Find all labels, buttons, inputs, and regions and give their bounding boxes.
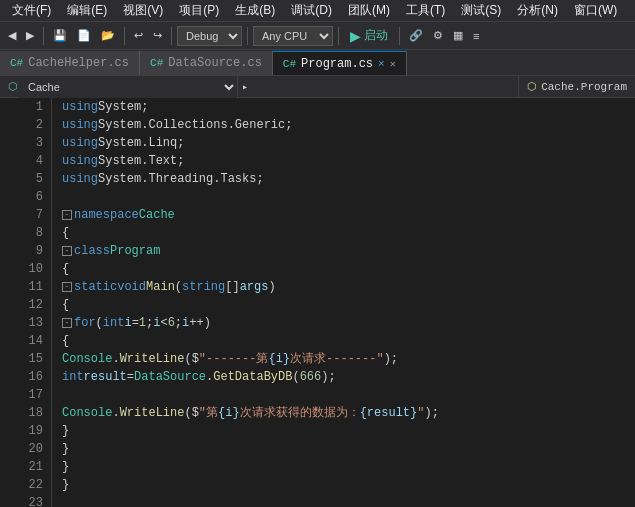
code-line-10: { <box>62 260 635 278</box>
redo-button[interactable]: ↪ <box>149 27 166 44</box>
menu-edit[interactable]: 编辑(E) <box>59 0 115 21</box>
code-line-6 <box>62 188 635 206</box>
code-line-4: using System.Text; <box>62 152 635 170</box>
line-number-9: 9 <box>14 242 43 260</box>
code-line-22: } <box>62 476 635 494</box>
menu-analyze[interactable]: 分析(N) <box>509 0 566 21</box>
tab-cachehelper[interactable]: C# CacheHelper.cs <box>0 51 140 75</box>
open-file-button[interactable]: 📂 <box>97 27 119 44</box>
menubar: 文件(F) 编辑(E) 视图(V) 项目(P) 生成(B) 调试(D) 团队(M… <box>0 0 635 22</box>
configuration-dropdown[interactable]: Debug <box>177 26 242 46</box>
code-line-23 <box>62 494 635 507</box>
line-number-16: 16 <box>14 368 43 386</box>
separator-5 <box>338 27 339 45</box>
code-line-3: using System.Linq; <box>62 134 635 152</box>
line-number-1: 1 <box>14 98 43 116</box>
code-line-15: Console.WriteLine($"-------第{i}次请求------… <box>62 350 635 368</box>
line-number-17: 17 <box>14 386 43 404</box>
line-number-3: 3 <box>14 134 43 152</box>
play-icon: ▶ <box>350 28 361 44</box>
collapse-7[interactable]: - <box>62 210 72 220</box>
line-number-6: 6 <box>14 188 43 206</box>
line-number-15: 15 <box>14 350 43 368</box>
menu-view[interactable]: 视图(V) <box>115 0 171 21</box>
new-file-button[interactable]: 📄 <box>73 27 95 44</box>
code-line-16: int result = DataSource.GetDataByDB(666)… <box>62 368 635 386</box>
line-number-5: 5 <box>14 170 43 188</box>
namespace-dropdown[interactable]: Cache <box>18 76 238 98</box>
line-number-2: 2 <box>14 116 43 134</box>
menu-tools[interactable]: 工具(T) <box>398 0 453 21</box>
line-number-23: 23 <box>14 494 43 507</box>
collapse-11[interactable]: - <box>62 282 72 292</box>
separator-3 <box>171 27 172 45</box>
forward-button[interactable]: ▶ <box>22 27 38 44</box>
start-button[interactable]: ▶ 启动 <box>344 25 394 46</box>
nav-separator-icon: ▸ <box>238 81 252 93</box>
undo-button[interactable]: ↩ <box>130 27 147 44</box>
tab-cachehelper-icon: C# <box>10 57 23 69</box>
separator-1 <box>43 27 44 45</box>
toolbar-btn-extra3[interactable]: ≡ <box>469 28 483 44</box>
member-dropdown-container: ⬡ Cache.Program <box>518 76 635 98</box>
menu-build[interactable]: 生成(B) <box>227 0 283 21</box>
tabbar: C# CacheHelper.cs C# DataSource.cs C# Pr… <box>0 50 635 76</box>
code-line-14: { <box>62 332 635 350</box>
code-line-19: } <box>62 422 635 440</box>
collapse-13[interactable]: - <box>62 318 72 328</box>
line-number-19: 19 <box>14 422 43 440</box>
menu-project[interactable]: 项目(P) <box>171 0 227 21</box>
menu-file[interactable]: 文件(F) <box>4 0 59 21</box>
code-line-8: { <box>62 224 635 242</box>
tab-program[interactable]: C# Program.cs × ✕ <box>273 51 407 75</box>
save-all-button[interactable]: 💾 <box>49 27 71 44</box>
toolbar: ◀ ▶ 💾 📄 📂 ↩ ↪ Debug Any CPU ▶ 启动 🔗 ⚙ ▦ ≡ <box>0 22 635 50</box>
platform-dropdown[interactable]: Any CPU <box>253 26 333 46</box>
code-line-21: } <box>62 458 635 476</box>
line-number-18: 18 <box>14 404 43 422</box>
line-number-14: 14 <box>14 332 43 350</box>
code-line-17 <box>62 386 635 404</box>
code-line-1: using System; <box>62 98 635 116</box>
menu-debug[interactable]: 调试(D) <box>283 0 340 21</box>
code-line-12: { <box>62 296 635 314</box>
back-button[interactable]: ◀ <box>4 27 20 44</box>
code-editor[interactable]: using System;using System.Collections.Ge… <box>52 98 635 507</box>
start-label: 启动 <box>364 27 388 44</box>
tab-cachehelper-label: CacheHelper.cs <box>28 56 129 70</box>
toolbar-btn-extra2[interactable]: ▦ <box>449 27 467 44</box>
code-line-11: -static void Main(string[] args) <box>62 278 635 296</box>
tab-program-label: Program.cs <box>301 57 373 71</box>
tab-datasource[interactable]: C# DataSource.cs <box>140 51 273 75</box>
line-number-21: 21 <box>14 458 43 476</box>
line-number-22: 22 <box>14 476 43 494</box>
line-number-11: 11 <box>14 278 43 296</box>
menu-test[interactable]: 测试(S) <box>453 0 509 21</box>
collapse-9[interactable]: - <box>62 246 72 256</box>
code-line-18: Console.WriteLine($"第{i}次请求获得的数据为：{resul… <box>62 404 635 422</box>
attach-button[interactable]: 🔗 <box>405 27 427 44</box>
member-icon: ⬡ <box>527 80 537 93</box>
tab-program-icon: C# <box>283 58 296 70</box>
namespace-icon: ⬡ <box>8 80 18 93</box>
line-number-4: 4 <box>14 152 43 170</box>
line-number-20: 20 <box>14 440 43 458</box>
tab-close-button[interactable]: ✕ <box>390 58 396 70</box>
toolbar-btn-extra1[interactable]: ⚙ <box>429 27 447 44</box>
member-label: Cache.Program <box>541 81 627 93</box>
line-numbers: 1234567891011121314151617181920212223 <box>14 98 52 507</box>
tab-modified-icon: × <box>378 58 385 70</box>
code-line-20: } <box>62 440 635 458</box>
menu-team[interactable]: 团队(M) <box>340 0 398 21</box>
breakpoint-gutter <box>0 98 14 507</box>
code-line-13: -for (int i = 1; i < 6; i++) <box>62 314 635 332</box>
separator-2 <box>124 27 125 45</box>
line-number-8: 8 <box>14 224 43 242</box>
separator-6 <box>399 27 400 45</box>
editor-area: 1234567891011121314151617181920212223 us… <box>0 98 635 507</box>
code-line-7: -namespace Cache <box>62 206 635 224</box>
code-line-5: using System.Threading.Tasks; <box>62 170 635 188</box>
code-line-9: -class Program <box>62 242 635 260</box>
line-number-7: 7 <box>14 206 43 224</box>
menu-window[interactable]: 窗口(W) <box>566 0 625 21</box>
